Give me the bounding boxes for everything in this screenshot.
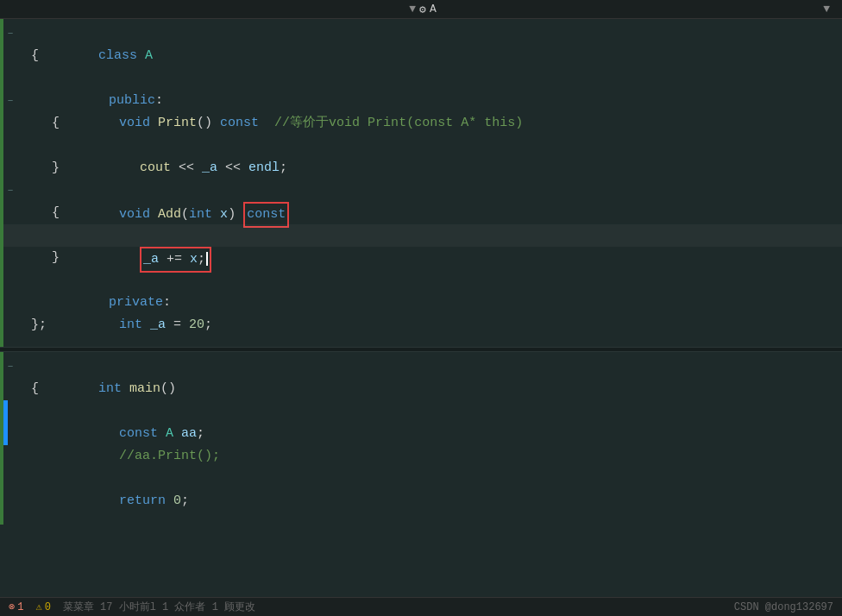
line-public: public: [3,67,842,90]
line-add-body: _a += x; [3,224,842,247]
code-brace-open: { [28,45,842,67]
line-return: return 0; [3,468,842,490]
line-main-open: { [3,378,842,400]
line-cout: cout << _a << endl; [3,135,842,157]
fold-add[interactable]: − [3,179,17,202]
code-print-open: { [48,112,842,135]
code-area-lower: − int main() { const A aa; [0,352,842,516]
line-comment-aa: //aa.Print(); [3,423,842,445]
warning-icon: ⚠ [35,600,41,613]
line-print-close: } [3,157,842,179]
bottom-left: ⊗ 1 ⚠ 0 菜菜章 17 小时前l 1 众作者 1 顾更改 [9,600,255,614]
fold-class[interactable]: − [3,22,17,45]
fold-func[interactable]: − [3,343,17,347]
line-member: int _a = 20; [3,292,842,314]
line-private: private: [3,269,842,292]
line-const-aa: const A aa; [3,400,842,423]
line-print-open: { [3,112,842,135]
code-func: void Func(const A& x) [17,343,842,347]
line-func: − void Func(const A& x) [3,343,842,347]
line-main-close [3,490,842,512]
error-badge[interactable]: ⊗ 1 [9,600,23,613]
csdn-text: CSDN @dong132697 [734,601,833,613]
error-count: 1 [17,601,23,613]
code-main-open: { [28,378,842,400]
error-icon: ⊗ [9,600,15,613]
line-gap [3,336,842,343]
line-add: − void Add(int x) const [3,179,842,202]
code-area-upper: − class A { public: − [0,19,842,347]
status-info: 菜菜章 17 小时前l 1 众作者 1 顾更改 [63,600,255,614]
editor-container: − class A { public: − [0,19,842,597]
code-print-close: } [48,157,842,179]
warning-badge[interactable]: ⚠ 0 [35,600,50,613]
line-main: − int main() [3,355,842,378]
line-open-brace: { [3,45,842,67]
blue-annotation-bar [3,400,8,445]
line-gap2 [3,445,842,468]
title-icon: ⚙ [419,3,426,16]
line-class-close: }; [3,314,842,336]
title-right-arrow[interactable]: ▼ [823,3,830,16]
line-class: − class A [3,22,842,45]
title-name: A [430,3,437,16]
line-add-close: } [3,247,842,269]
csdn-credit: CSDN @dong132697 [734,601,833,613]
fold-main[interactable]: − [3,355,17,378]
line-print: − void Print() const //等价于void Print(con… [3,90,842,112]
line-add-open: { [3,202,842,224]
code-class-close: }; [28,314,842,336]
bottom-bar: ⊗ 1 ⚠ 0 菜菜章 17 小时前l 1 众作者 1 顾更改 CSDN @do… [0,597,842,616]
warning-count: 0 [45,601,51,613]
upper-code-section: − class A { public: − [0,19,842,347]
fold-print[interactable]: − [3,90,17,112]
code-add-open: { [48,202,842,224]
title-dropdown-arrow[interactable]: ▼ [409,3,416,16]
code-add-close: } [48,247,842,269]
title-bar: ▼ ⚙ A ▼ [0,0,842,19]
lower-code-section: − int main() { const A aa; [0,352,842,525]
